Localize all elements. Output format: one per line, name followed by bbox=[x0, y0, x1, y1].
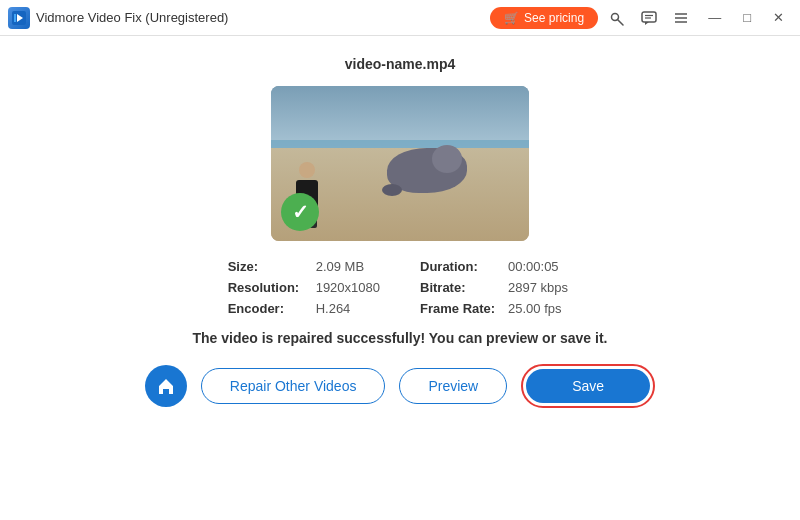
encoder-value: H.264 bbox=[316, 301, 351, 316]
video-thumbnail-container: ✓ bbox=[271, 86, 529, 241]
title-bar-actions: 🛒 See pricing — bbox=[490, 7, 792, 29]
duration-value: 00:00:05 bbox=[508, 259, 559, 274]
person-head bbox=[299, 162, 315, 178]
save-button-wrapper: Save bbox=[521, 364, 655, 408]
info-row-encoder: Encoder: H.264 bbox=[228, 301, 380, 316]
maximize-button[interactable]: □ bbox=[735, 7, 759, 28]
size-label: Size: bbox=[228, 259, 308, 274]
home-button[interactable] bbox=[145, 365, 187, 407]
duration-label: Duration: bbox=[420, 259, 500, 274]
preview-button[interactable]: Preview bbox=[399, 368, 507, 404]
sky-bg bbox=[271, 86, 529, 148]
key-icon-button[interactable] bbox=[604, 8, 630, 28]
bitrate-label: Bitrate: bbox=[420, 280, 500, 295]
app-title: Vidmore Video Fix (Unregistered) bbox=[36, 10, 228, 25]
info-row-bitrate: Bitrate: 2897 kbps bbox=[420, 280, 572, 295]
seal-head bbox=[432, 145, 462, 173]
success-message: The video is repaired successfully! You … bbox=[193, 330, 608, 346]
action-buttons-row: Repair Other Videos Preview Save bbox=[145, 364, 655, 408]
success-checkmark: ✓ bbox=[281, 193, 319, 231]
video-info-grid: Size: 2.09 MB Duration: 00:00:05 Resolut… bbox=[228, 259, 573, 316]
bitrate-value: 2897 kbps bbox=[508, 280, 568, 295]
size-value: 2.09 MB bbox=[316, 259, 364, 274]
cart-icon: 🛒 bbox=[504, 11, 519, 25]
app-logo-area: Vidmore Video Fix (Unregistered) bbox=[8, 7, 490, 29]
encoder-label: Encoder: bbox=[228, 301, 308, 316]
svg-line-4 bbox=[618, 19, 624, 25]
framerate-value: 25.00 fps bbox=[508, 301, 562, 316]
info-row-duration: Duration: 00:00:05 bbox=[420, 259, 572, 274]
video-filename: video-name.mp4 bbox=[345, 56, 455, 72]
seal-figure bbox=[382, 143, 472, 198]
main-content: video-name.mp4 bbox=[0, 36, 800, 520]
title-bar: Vidmore Video Fix (Unregistered) 🛒 See p… bbox=[0, 0, 800, 36]
svg-rect-2 bbox=[14, 14, 16, 22]
info-row-size: Size: 2.09 MB bbox=[228, 259, 380, 274]
resolution-label: Resolution: bbox=[228, 280, 308, 295]
app-logo-icon bbox=[8, 7, 30, 29]
svg-rect-5 bbox=[642, 12, 656, 22]
resolution-value: 1920x1080 bbox=[316, 280, 380, 295]
framerate-label: Frame Rate: bbox=[420, 301, 500, 316]
save-button[interactable]: Save bbox=[526, 369, 650, 403]
info-row-framerate: Frame Rate: 25.00 fps bbox=[420, 301, 572, 316]
see-pricing-button[interactable]: 🛒 See pricing bbox=[490, 7, 598, 29]
menu-icon-button[interactable] bbox=[668, 8, 694, 28]
repair-other-videos-button[interactable]: Repair Other Videos bbox=[201, 368, 386, 404]
chat-icon-button[interactable] bbox=[636, 8, 662, 28]
seal-flipper bbox=[382, 184, 402, 196]
close-button[interactable]: ✕ bbox=[765, 7, 792, 28]
minimize-button[interactable]: — bbox=[700, 7, 729, 28]
info-row-resolution: Resolution: 1920x1080 bbox=[228, 280, 380, 295]
